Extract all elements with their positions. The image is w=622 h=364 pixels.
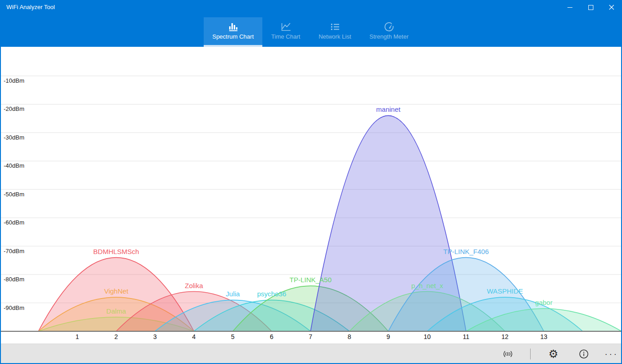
network-label: Dalma xyxy=(106,307,126,314)
network-label: TP-LINK_F406 xyxy=(443,247,489,255)
info-icon xyxy=(578,348,590,360)
network-label: Zolika xyxy=(185,281,203,289)
network-label: TP-LINK_A50 xyxy=(290,276,332,284)
channel-tick-label: 4 xyxy=(187,333,201,340)
network-label: gabor xyxy=(535,299,552,306)
y-axis-tick-label: -60dBm xyxy=(4,219,25,226)
y-axis-tick-label: -40dBm xyxy=(4,162,25,169)
channel-tick-label: 12 xyxy=(498,333,512,340)
tab-strength-meter[interactable]: Strength Meter xyxy=(361,17,417,45)
y-axis-tick-label: -70dBm xyxy=(4,248,25,254)
y-axis-tick-label: -20dBm xyxy=(4,105,25,112)
y-axis-tick-label: -30dBm xyxy=(4,134,25,141)
tab-network-list[interactable]: Network List xyxy=(309,17,361,45)
channel-tick-label: 7 xyxy=(304,333,317,340)
title-bar: WiFi Analyzer Tool Spectrum Chart xyxy=(0,0,622,47)
spectrum-chart-canvas xyxy=(0,47,622,344)
channel-tick-label: 2 xyxy=(110,333,123,340)
spectrum-chart: -10dBm-20dBm-30dBm-40dBm-50dBm-60dBm-70d… xyxy=(0,47,622,344)
bottom-command-bar: ⚙ ··· xyxy=(0,344,622,364)
window-controls xyxy=(559,0,622,15)
channel-tick-label: 13 xyxy=(537,333,551,340)
channel-tick-label: 11 xyxy=(459,333,473,340)
tab-label: Strength Meter xyxy=(370,33,409,40)
network-label: p_h_net_x xyxy=(411,281,443,289)
minimize-icon xyxy=(567,7,572,8)
y-axis-tick-label: -90dBm xyxy=(4,304,25,311)
channel-tick-label: 8 xyxy=(343,333,356,340)
window-frame-left xyxy=(0,0,1,364)
channel-tick-label: 5 xyxy=(226,333,240,340)
network-label: maninet xyxy=(376,105,400,113)
more-ellipsis-icon: ··· xyxy=(605,349,618,359)
broadcast-button[interactable] xyxy=(499,346,517,362)
y-axis-tick-label: -10dBm xyxy=(4,77,25,84)
y-axis-tick-label: -50dBm xyxy=(4,191,25,198)
close-button[interactable] xyxy=(601,0,622,15)
channel-tick-label: 1 xyxy=(70,333,84,340)
close-icon xyxy=(609,5,614,10)
gauge-icon xyxy=(383,21,395,32)
tab-time-chart[interactable]: Time Chart xyxy=(262,17,309,45)
channel-tick-label: 3 xyxy=(148,333,162,340)
line-chart-icon xyxy=(280,21,292,32)
maximize-button[interactable] xyxy=(580,0,601,15)
more-button[interactable]: ··· xyxy=(602,346,621,362)
network-label: Julia xyxy=(226,290,240,298)
bar-chart-icon xyxy=(227,21,239,32)
channel-tick-label: 6 xyxy=(265,333,279,340)
y-axis-tick-label: -80dBm xyxy=(4,276,25,283)
tab-spectrum-chart[interactable]: Spectrum Chart xyxy=(204,17,262,45)
tab-bar: Spectrum Chart Time Chart xyxy=(204,17,417,45)
channel-tick-label: 10 xyxy=(421,333,434,340)
tab-label: Network List xyxy=(319,33,351,40)
wifi-analyzer-window: { "window": { "title": "WiFi Analyzer To… xyxy=(0,0,622,364)
network-label: WASPHIDE xyxy=(487,287,523,295)
channel-tick-label: 9 xyxy=(381,333,395,340)
maximize-icon xyxy=(588,5,593,10)
window-title: WiFi Analyzer Tool xyxy=(6,4,55,10)
network-label: BDMHLSMSch xyxy=(93,247,139,255)
tab-label: Time Chart xyxy=(271,33,301,40)
settings-gear-icon: ⚙ xyxy=(548,349,558,359)
network-label: psycho36 xyxy=(257,290,286,298)
tab-label: Spectrum Chart xyxy=(212,33,254,40)
minimize-button[interactable] xyxy=(559,0,580,15)
network-label: VighNet xyxy=(104,287,128,295)
list-icon xyxy=(329,21,341,32)
broadcast-icon xyxy=(502,348,514,360)
x-axis-line xyxy=(0,331,622,332)
settings-button[interactable]: ⚙ xyxy=(544,346,562,362)
info-button[interactable] xyxy=(575,346,593,362)
toolbar-divider xyxy=(530,349,531,359)
